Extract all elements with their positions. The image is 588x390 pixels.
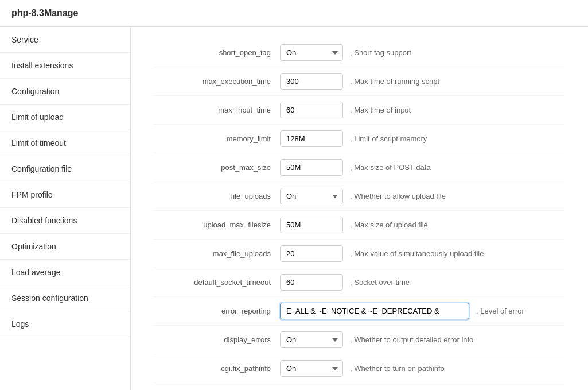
main-layout: ServiceInstall extensionsConfigurationLi… (0, 27, 588, 390)
config-description-cgi.fix_pathinfo: , Whether to turn on pathinfo (350, 364, 445, 373)
config-description-max_execution_time: , Max time of running script (350, 77, 439, 86)
config-label-default_socket_timeout: default_socket_timeout (154, 278, 280, 287)
config-select-display_errors[interactable]: OnOff (280, 331, 343, 348)
config-description-file_uploads: , Whether to allow upload file (350, 192, 446, 200)
config-description-upload_max_filesize: , Max size of upload file (350, 221, 428, 229)
config-label-max_file_uploads: max_file_uploads (154, 249, 280, 258)
config-input-upload_max_filesize[interactable] (280, 217, 343, 233)
config-description-memory_limit: , Limit of script memory (350, 134, 427, 143)
config-description-display_errors: , Whether to output detailed error info (350, 335, 473, 344)
config-description-short_open_tag: , Short tag support (350, 48, 411, 57)
sidebar-item-session-configuration[interactable]: Session configuration (0, 285, 130, 311)
config-label-max_execution_time: max_execution_time (154, 77, 280, 86)
sidebar-item-limit-of-timeout[interactable]: Limit of timeout (0, 130, 130, 156)
config-label-file_uploads: file_uploads (154, 192, 280, 200)
sidebar-item-load-average[interactable]: Load average (0, 260, 130, 285)
sidebar: ServiceInstall extensionsConfigurationLi… (0, 27, 131, 390)
config-label-memory_limit: memory_limit (154, 134, 280, 143)
config-row-cgi.fix_pathinfo: cgi.fix_pathinfoOnOff, Whether to turn o… (154, 354, 565, 383)
config-description-post_max_size: , Max size of POST data (350, 163, 431, 172)
config-row-max_execution_time: max_execution_time, Max time of running … (154, 67, 565, 96)
config-label-max_input_time: max_input_time (154, 106, 280, 114)
config-input-max_execution_time[interactable] (280, 73, 343, 90)
sidebar-item-limit-of-upload[interactable]: Limit of upload (0, 105, 130, 130)
config-label-upload_max_filesize: upload_max_filesize (154, 221, 280, 229)
sidebar-item-configuration-file[interactable]: Configuration file (0, 156, 130, 182)
config-select-file_uploads[interactable]: OnOff (280, 188, 343, 204)
sidebar-item-configuration[interactable]: Configuration (0, 79, 130, 105)
sidebar-item-install-extensions[interactable]: Install extensions (0, 53, 130, 79)
config-input-max_file_uploads[interactable] (280, 245, 343, 262)
config-row-post_max_size: post_max_size, Max size of POST data (154, 153, 565, 182)
config-input-memory_limit[interactable] (280, 130, 343, 147)
config-description-max_input_time: , Max time of input (350, 106, 411, 114)
app-container: php-8.3Manage ServiceInstall extensionsC… (0, 0, 588, 390)
title-bar: php-8.3Manage (0, 0, 588, 27)
config-row-default_socket_timeout: default_socket_timeout, Socket over time (154, 268, 565, 297)
config-label-error_reporting: error_reporting (154, 307, 280, 315)
config-input-error_reporting[interactable] (280, 303, 469, 319)
config-input-post_max_size[interactable] (280, 159, 343, 176)
config-label-cgi.fix_pathinfo: cgi.fix_pathinfo (154, 364, 280, 373)
config-input-max_input_time[interactable] (280, 102, 343, 118)
config-label-short_open_tag: short_open_tag (154, 48, 280, 57)
config-row-file_uploads: file_uploadsOnOff, Whether to allow uplo… (154, 182, 565, 211)
config-row-error_reporting: error_reporting, Level of error (154, 297, 565, 326)
app-title: php-8.3Manage (11, 8, 78, 18)
config-row-short_open_tag: short_open_tagOnOff, Short tag support (154, 38, 565, 67)
sidebar-item-service[interactable]: Service (0, 27, 130, 53)
config-description-default_socket_timeout: , Socket over time (350, 278, 410, 287)
content-area: short_open_tagOnOff, Short tag supportma… (131, 27, 588, 390)
config-row-upload_max_filesize: upload_max_filesize, Max size of upload … (154, 211, 565, 240)
sidebar-item-logs[interactable]: Logs (0, 311, 130, 337)
config-description-max_file_uploads: , Max value of simultaneously upload fil… (350, 249, 484, 258)
sidebar-item-fpm-profile[interactable]: FPM profile (0, 182, 130, 208)
config-description-error_reporting: , Level of error (476, 307, 524, 315)
config-row-max_file_uploads: max_file_uploads, Max value of simultane… (154, 240, 565, 268)
config-input-default_socket_timeout[interactable] (280, 274, 343, 291)
config-select-short_open_tag[interactable]: OnOff (280, 44, 343, 61)
config-row-memory_limit: memory_limit, Limit of script memory (154, 125, 565, 153)
sidebar-item-optimization[interactable]: Optimization (0, 234, 130, 260)
config-label-display_errors: display_errors (154, 335, 280, 344)
config-select-cgi.fix_pathinfo[interactable]: OnOff (280, 360, 343, 377)
sidebar-item-disabled-functions[interactable]: Disabled functions (0, 208, 130, 234)
config-row-max_input_time: max_input_time, Max time of input (154, 96, 565, 125)
config-label-post_max_size: post_max_size (154, 163, 280, 172)
config-row-display_errors: display_errorsOnOff, Whether to output d… (154, 326, 565, 354)
